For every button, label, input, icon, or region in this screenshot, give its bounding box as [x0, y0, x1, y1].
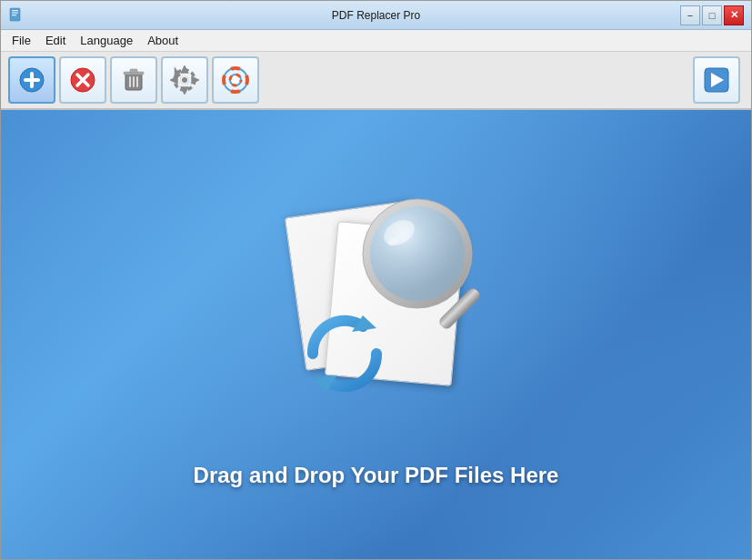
menu-about[interactable]: About — [140, 31, 185, 51]
toolbar-left — [8, 56, 259, 104]
svg-point-30 — [370, 206, 465, 301]
menu-language[interactable]: Language — [73, 31, 140, 51]
main-window: PDF Replacer Pro − □ ✕ File Edit Languag… — [0, 0, 752, 560]
titlebar: PDF Replacer Pro − □ ✕ — [1, 1, 751, 30]
svg-rect-12 — [130, 69, 137, 73]
menubar: File Edit Language About — [1, 30, 751, 52]
help-button[interactable] — [212, 56, 259, 104]
maximize-button[interactable]: □ — [702, 5, 722, 25]
svg-rect-6 — [24, 78, 40, 82]
app-icon — [8, 7, 25, 24]
delete-button[interactable] — [110, 56, 157, 104]
svg-rect-1 — [12, 10, 18, 11]
svg-rect-3 — [12, 15, 16, 15]
add-button[interactable] — [8, 56, 55, 104]
window-title: PDF Replacer Pro — [332, 9, 420, 22]
svg-point-20 — [182, 77, 187, 83]
dropzone[interactable]: Drag and Drop Your PDF Files Here — [1, 110, 751, 559]
menu-edit[interactable]: Edit — [38, 31, 73, 51]
drop-label: Drag and Drop Your PDF Files Here — [194, 463, 559, 488]
titlebar-left: PDF Replacer Pro — [8, 7, 25, 24]
magnifier-icon — [349, 185, 504, 340]
menu-file[interactable]: File — [5, 31, 38, 51]
next-button[interactable] — [693, 56, 740, 104]
titlebar-controls: − □ ✕ — [680, 5, 744, 25]
drop-illustration — [240, 181, 513, 435]
minimize-button[interactable]: − — [680, 5, 700, 25]
settings-button[interactable] — [161, 56, 208, 104]
close-button[interactable]: ✕ — [724, 5, 744, 25]
svg-rect-2 — [12, 12, 18, 13]
toolbar — [1, 52, 751, 110]
cancel-button[interactable] — [59, 56, 106, 104]
